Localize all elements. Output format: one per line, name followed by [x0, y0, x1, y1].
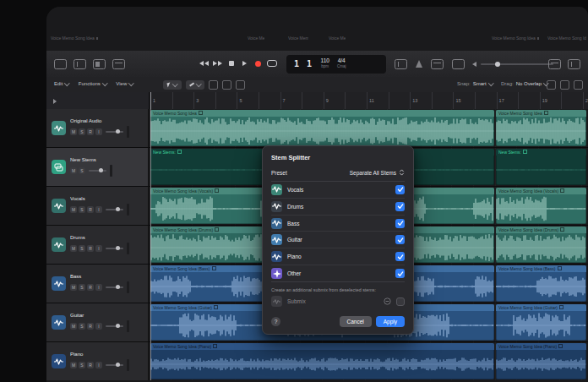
track-name[interactable]: Piano	[70, 352, 144, 357]
forward-button[interactable]	[212, 57, 223, 69]
mute-button[interactable]: M	[70, 167, 77, 174]
functions-menu[interactable]: Functions	[79, 81, 107, 86]
flex-button[interactable]	[236, 80, 245, 90]
input-monitoring-button[interactable]: I	[95, 323, 102, 330]
audio-region[interactable]: Voice Memo Song Idea (Piano)	[496, 343, 586, 379]
mute-button[interactable]: M	[70, 323, 77, 330]
stem-row-vocals[interactable]: Vocals	[271, 182, 405, 199]
volume-slider[interactable]	[89, 170, 106, 172]
record-enable-button[interactable]: R	[87, 284, 94, 291]
track-header-guitar[interactable]: GuitarMSRI	[46, 303, 149, 341]
master-volume-slider[interactable]	[481, 63, 553, 65]
audio-region[interactable]: Voice Memo Song Idea (Drums)	[496, 226, 586, 263]
input-monitoring-button[interactable]: I	[95, 206, 102, 213]
mute-button[interactable]: M	[70, 128, 77, 135]
horizontal-zoom-slider[interactable]	[574, 80, 583, 90]
solo-button[interactable]: S	[79, 206, 85, 213]
input-monitoring-button[interactable]: I	[95, 128, 102, 135]
stem-row-bass[interactable]: Bass	[271, 216, 405, 232]
input-monitoring-button[interactable]: I	[95, 284, 102, 291]
input-monitoring-button[interactable]: I	[95, 362, 102, 368]
volume-knob[interactable]	[116, 324, 120, 328]
vertical-zoom-slider[interactable]	[560, 80, 569, 90]
solo-button[interactable]: S	[79, 284, 85, 291]
mute-button[interactable]: M	[70, 284, 77, 291]
view-menu[interactable]: View	[116, 81, 133, 86]
preset-select[interactable]: Separate All Stems	[350, 168, 405, 177]
track-icon-vocals[interactable]	[52, 199, 66, 213]
stem-checkbox[interactable]	[395, 219, 405, 228]
volume-slider[interactable]	[106, 248, 123, 249]
volume-knob[interactable]	[116, 285, 120, 289]
apply-button[interactable]: Apply	[376, 316, 405, 327]
volume-knob[interactable]	[116, 246, 120, 250]
smart-controls-button[interactable]	[93, 59, 106, 69]
automation-button[interactable]	[222, 80, 231, 90]
toolbar-toggle-button[interactable]	[548, 59, 561, 69]
cancel-button[interactable]: Cancel	[340, 316, 372, 327]
tuner-button[interactable]	[431, 59, 444, 69]
waveform-zoom-button[interactable]	[547, 80, 556, 90]
track-name[interactable]: Vocals	[70, 196, 144, 201]
audio-region[interactable]: Voice Memo Song Idea (Bass)	[496, 265, 586, 302]
stem-row-piano[interactable]: Piano	[271, 248, 405, 265]
lcd-time-signature[interactable]: 4/4	[338, 58, 346, 64]
solo-button[interactable]: S	[79, 128, 85, 135]
lcd-tempo[interactable]: 110	[321, 58, 329, 64]
track-name[interactable]: New Stems	[70, 157, 144, 162]
stem-checkbox[interactable]	[395, 185, 405, 194]
lcd-position[interactable]: 1 1	[294, 59, 313, 68]
record-enable-button[interactable]: R	[87, 206, 94, 213]
submix-checkbox[interactable]	[396, 297, 405, 306]
track-icon-original-audio[interactable]	[52, 121, 66, 135]
volume-slider[interactable]	[106, 131, 123, 133]
stem-checkbox[interactable]	[395, 202, 405, 211]
lcd-display[interactable]: 1 1 110 bpm 4/4 Cmaj	[286, 55, 386, 74]
mute-button[interactable]: M	[70, 245, 77, 252]
stem-row-drums[interactable]: Drums	[271, 199, 405, 216]
record-enable-button[interactable]: R	[87, 323, 94, 330]
audio-region[interactable]: Voice Memo Song Idea (Piano)	[150, 343, 494, 379]
track-header-new-stems[interactable]: New StemsMS	[46, 148, 149, 186]
volume-slider[interactable]	[106, 325, 123, 327]
track-header-drums[interactable]: DrumsMSRI	[46, 226, 149, 264]
minus-circle-icon[interactable]	[384, 297, 391, 305]
catch-playhead-button[interactable]	[209, 80, 218, 90]
playhead[interactable]	[150, 92, 151, 380]
track-name[interactable]: Drums	[70, 235, 144, 240]
mute-button[interactable]: M	[70, 362, 77, 368]
volume-knob[interactable]	[99, 168, 103, 172]
record-enable-button[interactable]: R	[87, 362, 94, 368]
track-header-bass[interactable]: BassMSRI	[46, 265, 149, 303]
stem-checkbox[interactable]	[395, 252, 405, 261]
left-click-tool-select[interactable]	[163, 80, 182, 90]
audio-region[interactable]: Voice Memo Song Idea (Guitar)	[496, 304, 586, 341]
cycle-button[interactable]	[266, 57, 277, 69]
audio-region[interactable]: New Stems:	[496, 149, 586, 185]
volume-slider[interactable]	[106, 286, 123, 288]
quick-help-button[interactable]	[54, 59, 67, 69]
record-enable-button[interactable]: R	[87, 245, 94, 252]
stem-checkbox[interactable]	[395, 269, 405, 278]
stem-row-guitar[interactable]: Guitar	[271, 232, 405, 248]
input-monitoring-button[interactable]: I	[95, 245, 102, 252]
track-name[interactable]: Original Audio	[70, 118, 144, 123]
audio-region[interactable]: Voice Memo Song Idea	[496, 110, 586, 146]
drag-mode-select[interactable]: Drag: No Overlap	[501, 81, 548, 86]
master-volume-knob[interactable]	[495, 62, 500, 67]
command-click-tool-select[interactable]	[186, 80, 204, 90]
solo-button[interactable]: S	[79, 323, 85, 330]
track-icon-guitar[interactable]	[52, 315, 66, 330]
record-button[interactable]	[253, 57, 264, 69]
global-tracks-toggle-icon[interactable]	[53, 99, 57, 104]
replace-button[interactable]	[452, 59, 465, 69]
track-header-piano[interactable]: PianoMSRI	[46, 342, 149, 380]
browser-toggle-button[interactable]	[568, 59, 580, 69]
volume-knob[interactable]	[116, 207, 120, 211]
volume-knob[interactable]	[116, 129, 120, 134]
mute-button[interactable]: M	[70, 206, 77, 213]
play-button[interactable]	[239, 57, 250, 69]
volume-slider[interactable]	[106, 209, 123, 210]
ruler-lane[interactable]: 13579111315171921	[149, 92, 588, 109]
track-icon-new-stems[interactable]	[52, 160, 66, 174]
